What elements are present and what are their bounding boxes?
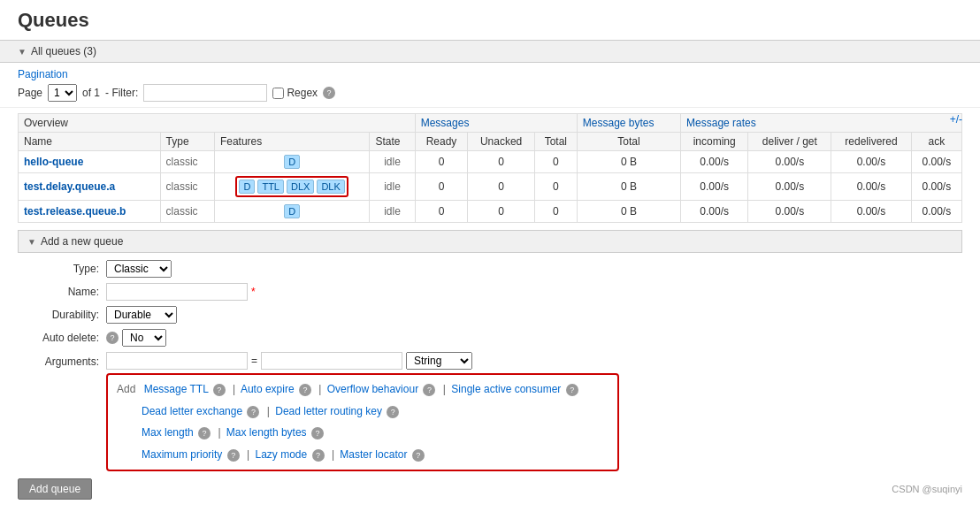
- type-select[interactable]: Classic Quorum Stream: [106, 260, 172, 278]
- sep6: |: [247, 448, 249, 461]
- of-label: of 1: [82, 87, 100, 99]
- type-label: Type:: [18, 263, 106, 275]
- feature-badge-dlk: DLK: [317, 180, 344, 194]
- queue-unacked: 0: [468, 173, 535, 201]
- add-queue-label: Add a new queue: [41, 235, 123, 248]
- argument-type-select[interactable]: String Number Boolean List: [406, 352, 472, 370]
- argument-value-input[interactable]: [261, 352, 402, 370]
- all-queues-section-header: ▼ All queues (3): [0, 40, 980, 63]
- regex-checkbox[interactable]: [272, 88, 284, 99]
- queue-ack: 0.00/s: [911, 173, 961, 201]
- auto-delete-select[interactable]: No Yes: [122, 329, 166, 347]
- help-ttl[interactable]: ?: [213, 384, 226, 396]
- help-dlk[interactable]: ?: [387, 406, 399, 418]
- durability-select[interactable]: Durable Transient: [106, 306, 177, 324]
- hint-single-consumer[interactable]: Single active consumer: [451, 383, 561, 395]
- queue-redelivered: 0.00/s: [831, 173, 912, 201]
- queue-incoming: 0.00/s: [681, 201, 748, 223]
- queue-name[interactable]: test.delay.queue.a: [19, 173, 161, 201]
- hints-row-3: Max length ? | Max length bytes ?: [117, 424, 609, 443]
- queue-total: 0: [534, 173, 577, 201]
- sep2: |: [318, 383, 321, 395]
- hint-message-ttl[interactable]: Message TTL: [144, 383, 209, 395]
- hint-dlx[interactable]: Dead letter exchange: [142, 405, 242, 417]
- sep3: |: [443, 383, 446, 395]
- hint-lazy[interactable]: Lazy mode: [256, 448, 308, 461]
- hint-dlk[interactable]: Dead letter routing key: [275, 405, 382, 417]
- queue-redelivered: 0.00/s: [831, 201, 912, 223]
- col-name: Name: [19, 133, 161, 151]
- queue-type: classic: [160, 173, 214, 201]
- hint-master-locator[interactable]: Master locator: [340, 448, 407, 461]
- help-dlx[interactable]: ?: [247, 406, 259, 418]
- queue-bytes: 0 B: [577, 173, 680, 201]
- sep7: |: [332, 448, 334, 461]
- col-redelivered: redelivered: [831, 133, 912, 151]
- sep5: |: [218, 426, 220, 439]
- queue-deliver-get: 0.00/s: [748, 151, 831, 173]
- required-marker: *: [251, 286, 256, 298]
- help-master[interactable]: ?: [412, 449, 425, 462]
- add-queue-section: ▼ Add a new queue Type: Classic Quorum S…: [0, 223, 980, 507]
- hint-auto-expire[interactable]: Auto expire: [241, 383, 295, 395]
- queue-incoming: 0.00/s: [681, 173, 748, 201]
- regex-help-icon[interactable]: ?: [323, 87, 335, 99]
- col-type: Type: [160, 133, 214, 151]
- help-maxlen[interactable]: ?: [198, 427, 211, 439]
- hints-row-1: Add Message TTL ? | Auto expire ? | Over…: [117, 380, 609, 400]
- help-consumer[interactable]: ?: [566, 384, 578, 396]
- features-cell: DTTLDLXDLK: [214, 173, 370, 201]
- queue-name[interactable]: hello-queue: [19, 151, 161, 173]
- arguments-row: Arguments: = String Number Boolean List …: [18, 352, 962, 471]
- help-expire[interactable]: ?: [299, 384, 311, 396]
- queue-state: idle: [370, 151, 415, 173]
- queue-name[interactable]: test.release.queue.b: [19, 201, 161, 223]
- queue-ready: 0: [415, 173, 468, 201]
- help-maxpri[interactable]: ?: [227, 449, 240, 462]
- help-maxlenbytes[interactable]: ?: [311, 427, 324, 439]
- queue-incoming: 0.00/s: [681, 151, 748, 173]
- col-ack: ack: [911, 133, 961, 151]
- feature-badge-d: D: [284, 204, 300, 218]
- arguments-hints-box: Add Message TTL ? | Auto expire ? | Over…: [106, 373, 619, 471]
- feature-badge-d: D: [239, 180, 255, 194]
- page-title: Queues: [18, 9, 962, 32]
- features-cell: D: [214, 201, 370, 223]
- page-select[interactable]: 1: [48, 84, 77, 102]
- submit-row: Add queue: [18, 478, 962, 500]
- hint-max-priority[interactable]: Maximum priority: [142, 448, 222, 461]
- hints-row-2: Dead letter exchange ? | Dead letter rou…: [117, 402, 609, 422]
- add-queue-button[interactable]: Add queue: [18, 478, 92, 500]
- plus-minus-button[interactable]: +/-: [950, 113, 962, 126]
- queue-state: idle: [370, 173, 415, 201]
- queue-ready: 0: [415, 151, 468, 173]
- auto-delete-label: Auto delete:: [18, 332, 106, 344]
- durability-row: Durability: Durable Transient: [18, 306, 962, 324]
- arguments-label: Arguments:: [18, 352, 106, 368]
- queue-state: idle: [370, 201, 415, 223]
- queue-deliver-get: 0.00/s: [748, 201, 831, 223]
- sep4: |: [267, 405, 270, 417]
- auto-delete-help-icon[interactable]: ?: [106, 332, 119, 344]
- help-overflow[interactable]: ?: [423, 384, 435, 396]
- help-lazy[interactable]: ?: [312, 449, 325, 462]
- group-messages: Messages: [415, 114, 577, 133]
- table-row: test.release.queue.b classic D idle 0 0 …: [19, 201, 962, 223]
- col-features: Features: [214, 133, 370, 151]
- add-queue-arrow: ▼: [27, 237, 36, 247]
- hint-max-length-bytes[interactable]: Max length bytes: [226, 426, 307, 439]
- page-label: Page: [18, 87, 42, 99]
- queue-ack: 0.00/s: [911, 151, 961, 173]
- csdn-watermark: CSDN @suqinyi: [892, 484, 962, 494]
- queue-unacked: 0: [468, 151, 535, 173]
- hint-max-length[interactable]: Max length: [142, 426, 194, 439]
- add-label: Add: [117, 383, 135, 395]
- queue-deliver-get: 0.00/s: [748, 173, 831, 201]
- argument-key-input[interactable]: [106, 352, 248, 370]
- hint-overflow[interactable]: Overflow behaviour: [327, 383, 418, 395]
- col-incoming: incoming: [681, 133, 748, 151]
- filter-label: - Filter:: [105, 87, 138, 99]
- filter-input[interactable]: [143, 84, 267, 102]
- queue-total: 0: [534, 201, 577, 223]
- name-input[interactable]: [106, 283, 248, 301]
